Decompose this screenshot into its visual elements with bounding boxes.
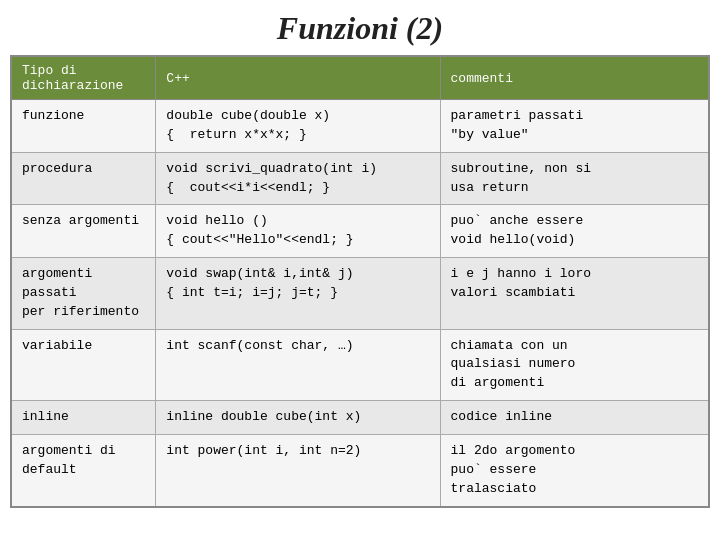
cell-tipo: procedura — [11, 152, 156, 205]
table-row: variabileint scanf(const char, …)chiamat… — [11, 329, 709, 401]
cell-tipo: argomenti passati per riferimento — [11, 258, 156, 330]
page-title: Funzioni (2) — [277, 10, 443, 47]
cell-cpp: void hello () { cout<<"Hello"<<endl; } — [156, 205, 440, 258]
cell-tipo: funzione — [11, 100, 156, 153]
cell-commenti: i e j hanno i loro valori scambiati — [440, 258, 709, 330]
cell-commenti: puo` anche essere void hello(void) — [440, 205, 709, 258]
cell-commenti: subroutine, non si usa return — [440, 152, 709, 205]
cell-commenti: il 2do argomento puo` essere tralasciato — [440, 434, 709, 506]
table-row: funzionedouble cube(double x) { return x… — [11, 100, 709, 153]
header-tipo: Tipo di dichiarazione — [11, 56, 156, 100]
main-table: Tipo di dichiarazione C++ commenti funzi… — [10, 55, 710, 508]
cell-cpp: int power(int i, int n=2) — [156, 434, 440, 506]
table-row: inlineinline double cube(int x)codice in… — [11, 401, 709, 435]
cell-commenti: parametri passati "by value" — [440, 100, 709, 153]
cell-commenti: chiamata con un qualsiasi numero di argo… — [440, 329, 709, 401]
cell-tipo: argomenti di default — [11, 434, 156, 506]
cell-cpp: int scanf(const char, …) — [156, 329, 440, 401]
table-row: proceduravoid scrivi_quadrato(int i) { c… — [11, 152, 709, 205]
cell-commenti: codice inline — [440, 401, 709, 435]
cell-tipo: variabile — [11, 329, 156, 401]
cell-tipo: senza argomenti — [11, 205, 156, 258]
header-cpp: C++ — [156, 56, 440, 100]
table-row: argomenti di defaultint power(int i, int… — [11, 434, 709, 506]
header-commenti: commenti — [440, 56, 709, 100]
table-row: senza argomentivoid hello () { cout<<"He… — [11, 205, 709, 258]
cell-cpp: void swap(int& i,int& j) { int t=i; i=j;… — [156, 258, 440, 330]
cell-cpp: void scrivi_quadrato(int i) { cout<<i*i<… — [156, 152, 440, 205]
table-header-row: Tipo di dichiarazione C++ commenti — [11, 56, 709, 100]
cell-tipo: inline — [11, 401, 156, 435]
cell-cpp: inline double cube(int x) — [156, 401, 440, 435]
cell-cpp: double cube(double x) { return x*x*x; } — [156, 100, 440, 153]
table-row: argomenti passati per riferimentovoid sw… — [11, 258, 709, 330]
